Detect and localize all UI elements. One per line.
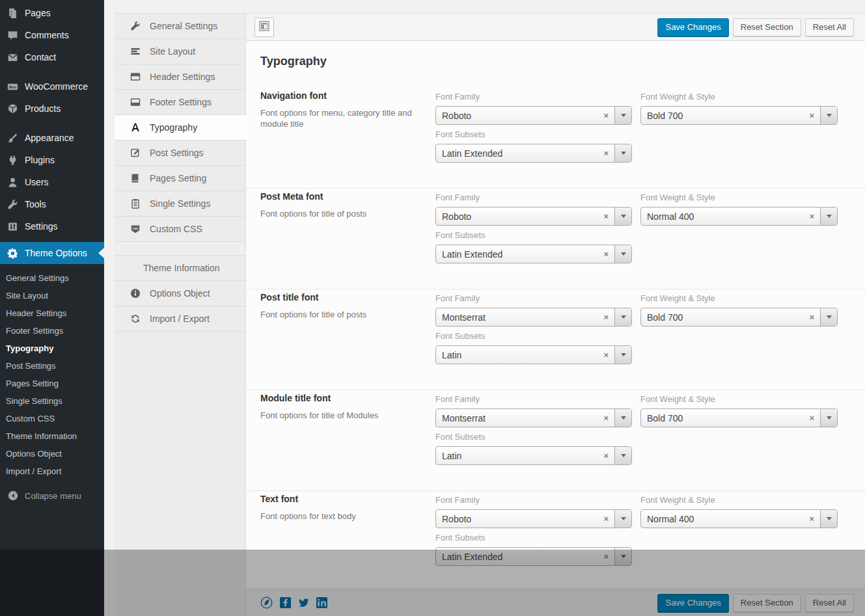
dropdown-arrow-button[interactable] — [820, 308, 837, 326]
clear-icon[interactable]: × — [603, 308, 614, 326]
font-weight-select[interactable]: Normal 400× — [640, 207, 838, 226]
dropdown-arrow-button[interactable] — [614, 144, 631, 162]
tab-site-layout[interactable]: Site Layout — [115, 39, 245, 64]
sidebar-subitem-general-settings[interactable]: General Settings — [0, 269, 104, 287]
tab-post-settings[interactable]: Post Settings — [115, 141, 245, 166]
tab-typography[interactable]: Typography — [115, 115, 246, 141]
save-changes-button[interactable]: Save Changes — [657, 594, 728, 612]
tab-header-settings[interactable]: Header Settings — [115, 64, 245, 90]
dropdown-arrow-button[interactable] — [614, 208, 631, 225]
tab-label: Typography — [150, 122, 197, 133]
save-changes-button[interactable]: Save Changes — [657, 18, 728, 36]
tab-custom-css[interactable]: cssCustom CSS — [115, 217, 245, 242]
font-family-select[interactable]: Roboto× — [435, 106, 632, 125]
font-family-select-field: Font FamilyRoboto× — [435, 495, 632, 528]
sidebar-subitem-single-settings[interactable]: Single Settings — [0, 392, 104, 410]
dropdown-arrow-button[interactable] — [820, 510, 837, 528]
dropdown-arrow-button[interactable] — [614, 245, 631, 263]
clear-icon[interactable]: × — [603, 346, 614, 364]
sidebar-subitem-pages-setting[interactable]: Pages Setting — [0, 375, 104, 392]
dropdown-arrow-button[interactable] — [614, 107, 631, 124]
sidebar-item-contact[interactable]: Contact — [0, 46, 104, 68]
clear-icon[interactable]: × — [809, 208, 820, 225]
clear-icon[interactable]: × — [809, 510, 820, 528]
font-family-select[interactable]: Montserrat× — [435, 408, 632, 427]
sidebar-item-comments[interactable]: Comments — [0, 24, 104, 46]
sidebar-subitem-site-layout[interactable]: Site Layout — [0, 287, 104, 304]
sidebar-item-settings[interactable]: Settings — [0, 215, 104, 237]
sidebar-item-woocommerce[interactable]: WooWooCommerce — [0, 75, 104, 98]
font-subsets-select[interactable]: Latin Extended× — [435, 144, 632, 163]
panel-toggle-button[interactable] — [254, 18, 274, 37]
clear-icon[interactable]: × — [603, 548, 614, 565]
tab-single-settings[interactable]: Single Settings — [115, 191, 245, 217]
dropdown-arrow-button[interactable] — [820, 107, 837, 124]
font-weight-select[interactable]: Bold 700× — [640, 106, 838, 125]
sidebar-subitem-custom-css[interactable]: Custom CSS — [0, 410, 104, 427]
dropdown-arrow-button[interactable] — [614, 346, 631, 364]
tab-theme-information[interactable]: Theme Information — [115, 256, 245, 281]
reset-section-button[interactable]: Reset Section — [733, 18, 801, 36]
font-subsets-select[interactable]: Latin Extended× — [435, 547, 632, 566]
reset-section-button[interactable]: Reset Section — [733, 594, 801, 612]
clear-icon[interactable]: × — [603, 510, 614, 528]
clear-icon[interactable]: × — [603, 447, 614, 464]
sidebar-item-theme-options[interactable]: Theme Options — [0, 242, 104, 264]
linkedin-icon[interactable] — [316, 597, 327, 608]
font-weight-select[interactable]: Bold 700× — [640, 308, 838, 327]
font-subsets-select[interactable]: Latin× — [435, 345, 632, 364]
reset-all-button[interactable]: Reset All — [805, 18, 854, 36]
sidebar-item-plugins[interactable]: Plugins — [0, 149, 104, 171]
sidebar-item-products[interactable]: Products — [0, 98, 104, 120]
clear-icon[interactable]: × — [809, 409, 820, 427]
dropdown-arrow-button[interactable] — [820, 409, 837, 427]
font-family-select[interactable]: Roboto× — [435, 207, 632, 226]
clear-icon[interactable]: × — [603, 144, 614, 162]
sidebar-subitem-footer-settings[interactable]: Footer Settings — [0, 322, 104, 340]
clear-icon[interactable]: × — [809, 308, 820, 326]
dropdown-arrow-button[interactable] — [614, 447, 631, 464]
sidebar-item-users[interactable]: Users — [0, 171, 104, 193]
dropdown-arrow-button[interactable] — [614, 510, 631, 528]
collapse-menu-button[interactable]: Collapse menu — [0, 485, 104, 507]
facebook-icon[interactable] — [280, 597, 291, 608]
twitter-icon[interactable] — [298, 597, 309, 608]
info-icon — [129, 288, 142, 299]
font-subsets-select[interactable]: Latin Extended× — [435, 245, 632, 263]
sidebar-subitem-import-export[interactable]: Import / Export — [0, 462, 104, 480]
sidebar-subitem-theme-information[interactable]: Theme Information — [0, 427, 104, 445]
tab-footer-settings[interactable]: Footer Settings — [115, 90, 245, 115]
clear-icon[interactable]: × — [603, 208, 614, 225]
dropdown-arrow-button[interactable] — [820, 208, 837, 225]
envato-icon[interactable] — [260, 596, 273, 609]
sidebar-subitem-typography[interactable]: Typography — [0, 340, 104, 357]
sidebar-item-appearance[interactable]: Appearance — [0, 127, 104, 149]
reset-all-button[interactable]: Reset All — [805, 594, 854, 612]
dropdown-arrow-button[interactable] — [614, 308, 631, 326]
tab-pages-setting[interactable]: Pages Setting — [115, 166, 245, 191]
sidebar-subitem-header-settings[interactable]: Header Settings — [0, 304, 104, 322]
tab-import-export[interactable]: Import / Export — [115, 306, 245, 332]
sidebar-subitem-options-object[interactable]: Options Object — [0, 445, 104, 462]
sidebar-item-tools[interactable]: Tools — [0, 193, 104, 215]
font-weight-select[interactable]: Normal 400× — [640, 509, 838, 528]
font-subsets-select[interactable]: Latin× — [435, 446, 632, 465]
font-subsets-select-field: Font SubsetsLatin Extended× — [435, 129, 632, 163]
sidebar-item-label: Comments — [25, 30, 69, 40]
tab-options-object[interactable]: Options Object — [115, 281, 245, 306]
font-family-select[interactable]: Montserrat× — [435, 308, 632, 327]
tab-general-settings[interactable]: General Settings — [115, 14, 245, 39]
clear-icon[interactable]: × — [603, 245, 614, 263]
sidebar-subitem-post-settings[interactable]: Post Settings — [0, 357, 104, 375]
dropdown-arrow-button[interactable] — [614, 548, 631, 565]
clear-icon[interactable]: × — [809, 107, 820, 124]
font-weight-select[interactable]: Bold 700× — [640, 408, 838, 427]
sidebar-item-pages[interactable]: Pages — [0, 2, 104, 24]
font-weight-select-value: Bold 700 — [641, 409, 809, 427]
clear-icon[interactable]: × — [603, 409, 614, 427]
font-family-select[interactable]: Roboto× — [435, 509, 632, 528]
font-subsets-select-field: Font SubsetsLatin× — [435, 432, 632, 465]
clear-icon[interactable]: × — [603, 107, 614, 124]
dropdown-arrow-button[interactable] — [614, 409, 631, 427]
section-text-font: Text fontFont options for text bodyFont … — [246, 491, 865, 589]
